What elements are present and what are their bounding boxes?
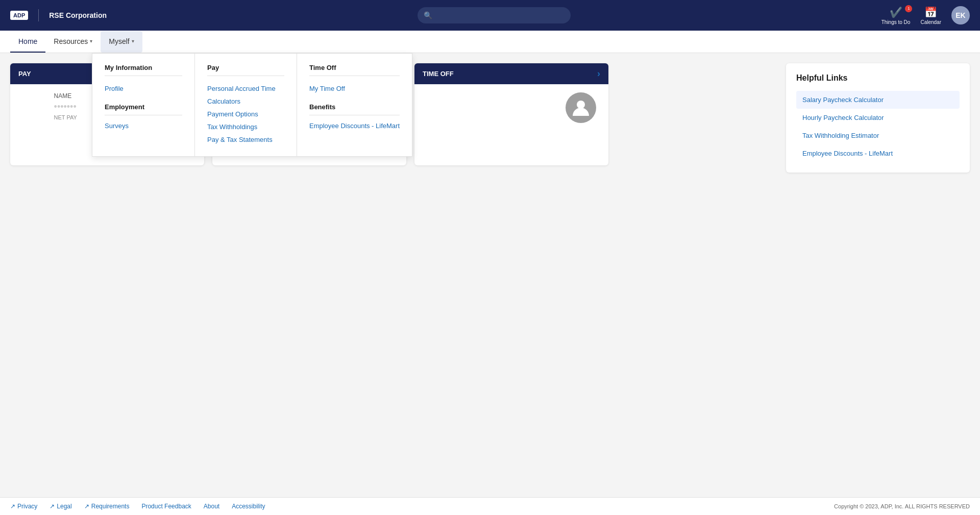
- myself-dropdown: My Information Profile Employment Survey…: [92, 53, 412, 157]
- helpful-links-title: Helpful Links: [796, 73, 960, 83]
- footer-accessibility[interactable]: Accessibility: [232, 503, 265, 510]
- footer-privacy[interactable]: ↗ Privacy: [10, 503, 37, 510]
- dropdown-item-employee-discounts[interactable]: Employee Discounts - LifeMart: [309, 119, 400, 132]
- search-input[interactable]: [418, 7, 571, 23]
- employment-title: Employment: [105, 103, 182, 115]
- my-information-title: My Information: [105, 64, 182, 76]
- helpful-link-0[interactable]: Salary Paycheck Calculator: [796, 91, 960, 109]
- helpful-link-2[interactable]: Tax Withholding Estimator: [796, 127, 960, 144]
- tab-resources[interactable]: Resources ▾: [45, 31, 101, 53]
- benefits-title: Benefits: [309, 103, 400, 115]
- checkmark-icon: ✔️: [890, 6, 902, 18]
- helpful-links-panel: Helpful Links Salary Paycheck Calculator…: [786, 63, 970, 173]
- footer-legal[interactable]: ↗ Legal: [50, 503, 71, 510]
- timeoff-card-header: TIME OFF ›: [414, 63, 608, 84]
- footer: ↗ Privacy ↗ Legal ↗ Requirements Product…: [0, 497, 980, 515]
- things-to-do-badge: 1: [905, 5, 912, 12]
- dropdown-col-timeoff: Time Off My Time Off Benefits Employee D…: [297, 54, 412, 156]
- footer-copyright: Copyright © 2023, ADP, Inc. ALL RIGHTS R…: [834, 503, 970, 509]
- top-nav-right: ✔️ 1 Things to Do 📅 Calendar EK: [881, 6, 970, 25]
- top-navigation: ADP RSE Corporation 🔍 ✔️ 1 Things to Do …: [0, 0, 980, 31]
- search-wrap: 🔍: [418, 7, 571, 23]
- helpful-link-1[interactable]: Hourly Paycheck Calculator: [796, 109, 960, 127]
- dropdown-item-pay-tax-statements[interactable]: Pay & Tax Statements: [207, 133, 284, 146]
- dropdown-item-my-time-off[interactable]: My Time Off: [309, 82, 400, 95]
- things-to-do-button[interactable]: ✔️ 1 Things to Do: [881, 6, 911, 25]
- dropdown-col-info: My Information Profile Employment Survey…: [92, 54, 194, 156]
- timeoff-card-chevron[interactable]: ›: [597, 68, 600, 79]
- dropdown-item-tax-withholdings[interactable]: Tax Withholdings: [207, 120, 284, 133]
- tab-home[interactable]: Home: [10, 31, 45, 53]
- dropdown-item-profile[interactable]: Profile: [105, 82, 182, 95]
- helpful-link-3[interactable]: Employee Discounts - LifeMart: [796, 144, 960, 162]
- tab-myself[interactable]: Myself ▾: [101, 31, 142, 53]
- svg-point-0: [577, 101, 585, 109]
- dropdown-item-payment-options[interactable]: Payment Options: [207, 108, 284, 120]
- time-off-title: Time Off: [309, 64, 400, 76]
- adp-logo[interactable]: ADP RSE Corporation: [10, 9, 107, 21]
- footer-product-feedback[interactable]: Product Feedback: [141, 503, 191, 510]
- secondary-navigation: Home Resources ▾ Myself ▾ My Information…: [0, 31, 980, 53]
- timeoff-card-body: [414, 84, 608, 131]
- avatar-svg: [571, 97, 591, 118]
- timeoff-card-title: TIME OFF: [423, 70, 454, 78]
- dropdown-item-calculators[interactable]: Calculators: [207, 95, 284, 108]
- calendar-button[interactable]: 📅 Calendar: [920, 6, 941, 25]
- dropdown-item-surveys[interactable]: Surveys: [105, 119, 182, 132]
- external-link-icon-2: ↗: [50, 503, 55, 510]
- timeoff-avatar: [566, 92, 596, 123]
- external-link-icon: ↗: [10, 503, 15, 510]
- company-name: RSE Corporation: [49, 11, 107, 19]
- adp-logo-mark: ADP: [10, 11, 28, 20]
- dropdown-col-pay: Pay Personal Accrued Time Calculators Pa…: [194, 54, 297, 156]
- footer-about[interactable]: About: [204, 503, 219, 510]
- resources-arrow: ▾: [90, 38, 92, 44]
- user-avatar[interactable]: EK: [951, 6, 970, 24]
- footer-requirements[interactable]: ↗ Requirements: [84, 503, 130, 510]
- pay-title: Pay: [207, 64, 284, 76]
- calendar-label: Calendar: [920, 19, 941, 25]
- dropdown-item-personal-accrued[interactable]: Personal Accrued Time: [207, 82, 284, 95]
- things-to-do-label: Things to Do: [881, 19, 911, 25]
- myself-arrow: ▾: [132, 38, 134, 44]
- logo-divider: [38, 9, 39, 21]
- calendar-icon: 📅: [924, 6, 937, 18]
- pay-card-title: PAY: [18, 70, 31, 78]
- search-icon: 🔍: [424, 11, 432, 19]
- search-bar: 🔍: [107, 7, 881, 23]
- external-link-icon-3: ↗: [84, 503, 89, 510]
- timeoff-card: TIME OFF ›: [414, 63, 608, 165]
